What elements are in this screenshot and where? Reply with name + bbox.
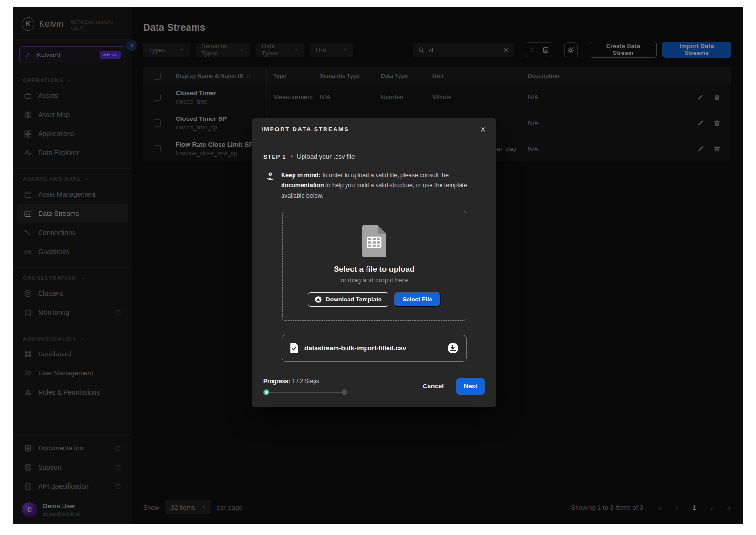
note-text: Keep in mind: In order to upload a valid…: [281, 171, 483, 201]
upload-title: Select a file to upload: [334, 265, 415, 274]
progress-block: Progress: 1 / 2 Steps: [263, 378, 347, 395]
note-bold: Keep in mind:: [281, 172, 321, 179]
step-2-dot: [342, 389, 347, 395]
progress-steps-text: 1 / 2 Steps: [292, 378, 319, 385]
download-template-button[interactable]: Download Template: [308, 292, 388, 307]
cancel-button[interactable]: Cancel: [423, 383, 444, 390]
modal-header: IMPORT DATA STREAMS: [252, 118, 496, 140]
next-button[interactable]: Next: [456, 378, 485, 395]
app-window: K Kelvin BETA Environment (DEV) KelvinAI…: [13, 7, 743, 524]
modal-footer: Progress: 1 / 2 Steps Cancel Next: [263, 378, 485, 398]
import-data-streams-modal: IMPORT DATA STREAMS STEP 1 • Upload your…: [252, 118, 496, 407]
download-file-button[interactable]: [447, 342, 459, 354]
download-circle-icon: [315, 296, 322, 303]
step-bullet: •: [291, 153, 293, 160]
step-indicator: STEP 1 • Upload your .csv file: [263, 153, 485, 160]
file-check-icon: [290, 343, 299, 353]
close-icon[interactable]: [479, 126, 487, 133]
step-1-dot: [263, 389, 269, 395]
modal-title: IMPORT DATA STREAMS: [262, 126, 349, 133]
uploaded-file-row: datastream-bulk-import-filled.csv: [282, 335, 467, 362]
progress-track: [263, 389, 347, 395]
documentation-link[interactable]: documentation: [281, 182, 324, 189]
progress-line: [265, 392, 346, 393]
uploaded-file-name: datastream-bulk-import-filled.csv: [304, 344, 441, 352]
step-text: Upload your .csv file: [297, 153, 355, 160]
file-dropzone[interactable]: Select a file to upload or drag and drop…: [282, 211, 466, 321]
modal-body: STEP 1 • Upload your .csv file Keep in m…: [252, 140, 496, 407]
download-template-label: Download Template: [326, 296, 382, 303]
progress-label-bold: Progress:: [263, 378, 290, 385]
hand-info-icon: [265, 171, 275, 181]
info-note: Keep in mind: In order to upload a valid…: [263, 171, 485, 201]
select-file-button[interactable]: Select File: [394, 292, 441, 307]
step-label: STEP 1: [263, 154, 286, 160]
upload-subtitle: or drag and drop it here: [340, 277, 408, 284]
note-part-1: In order to upload a valid file, please …: [321, 172, 449, 179]
spreadsheet-file-icon: [361, 225, 387, 258]
progress-label: Progress: 1 / 2 Steps: [263, 378, 347, 385]
